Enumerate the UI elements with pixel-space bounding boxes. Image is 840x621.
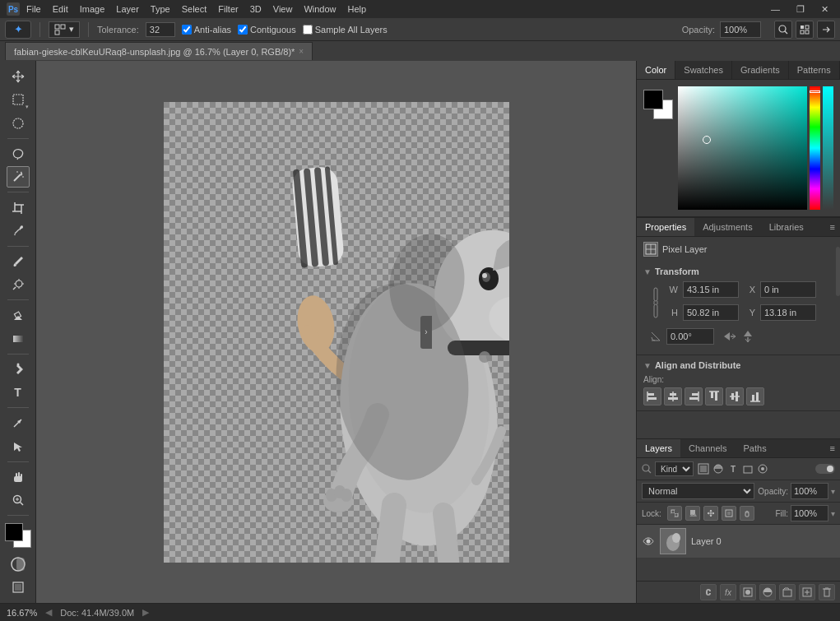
tolerance-input[interactable] — [146, 22, 175, 37]
tab-adjustments[interactable]: Adjustments — [694, 218, 761, 236]
sample-dropdown[interactable]: ▾ — [49, 21, 80, 38]
tool-preset-picker[interactable]: ✦ — [5, 21, 31, 39]
layer-visibility-toggle[interactable] — [642, 535, 655, 548]
props-scrollbar[interactable] — [836, 247, 840, 296]
align-bottom[interactable] — [746, 387, 764, 406]
gradient-tool[interactable] — [7, 328, 30, 350]
canvas-area[interactable]: › — [36, 61, 636, 603]
direct-selection-tool[interactable] — [7, 436, 30, 457]
layers-panel-menu[interactable]: ≡ — [825, 439, 840, 457]
anti-alias-checkbox[interactable] — [182, 25, 192, 35]
hue-strip[interactable] — [810, 86, 820, 210]
align-right[interactable] — [685, 387, 703, 406]
tab-close[interactable]: × — [299, 47, 304, 56]
fg-swatch-panel[interactable] — [643, 90, 663, 109]
tab-patterns[interactable]: Patterns — [789, 61, 840, 79]
lock-image-btn[interactable] — [685, 506, 700, 521]
fg-color-swatch[interactable] — [5, 523, 23, 541]
workspace-btn[interactable] — [796, 21, 814, 39]
path-selection-tool[interactable] — [7, 412, 30, 433]
transform-collapse-arrow[interactable]: ▼ — [643, 267, 652, 276]
marquee-ellipse-tool[interactable] — [7, 113, 30, 134]
crop-tool[interactable] — [7, 197, 30, 218]
tab-gradients[interactable]: Gradients — [732, 61, 789, 79]
align-center-v[interactable] — [726, 387, 744, 406]
chain-link[interactable] — [650, 286, 661, 319]
x-input[interactable] — [760, 281, 816, 298]
flip-v-icon[interactable] — [740, 329, 755, 344]
win-close[interactable]: ✕ — [816, 2, 833, 16]
layer-item[interactable]: Layer 0 — [637, 525, 840, 558]
eyedropper-tool[interactable] — [7, 220, 30, 242]
clone-stamp-tool[interactable] — [7, 274, 30, 295]
text-tool[interactable]: T — [7, 382, 30, 403]
y-input[interactable] — [760, 304, 816, 321]
brush-tool[interactable] — [7, 251, 30, 272]
sample-all-checkbox[interactable] — [303, 25, 313, 35]
menu-view[interactable]: View — [273, 4, 293, 14]
flip-h-icon[interactable] — [722, 329, 737, 344]
menu-layer[interactable]: Layer — [116, 4, 139, 14]
tab-color[interactable]: Color — [637, 61, 675, 79]
status-arrow-left[interactable]: ◀ — [45, 607, 52, 618]
menu-edit[interactable]: Edit — [53, 4, 68, 14]
tab-paths[interactable]: Paths — [736, 439, 775, 457]
lock-artboard-btn[interactable] — [722, 506, 736, 521]
lock-all-btn[interactable] — [740, 506, 754, 521]
properties-panel-menu[interactable]: ≡ — [825, 218, 840, 236]
menu-file[interactable]: File — [26, 4, 41, 14]
fill-dropdown-arrow[interactable]: ▾ — [831, 509, 835, 518]
move-tool[interactable] — [7, 66, 30, 87]
angle-input[interactable] — [666, 328, 714, 345]
win-maximize[interactable]: ❐ — [791, 2, 810, 16]
tab-libraries[interactable]: Libraries — [761, 218, 812, 236]
filter-toggle[interactable] — [815, 464, 835, 474]
new-group-btn[interactable] — [779, 584, 796, 600]
lock-position-btn[interactable] — [703, 506, 718, 521]
fg-bg-color[interactable] — [5, 523, 31, 548]
eraser-tool[interactable] — [7, 304, 30, 326]
align-center-h[interactable] — [664, 387, 682, 406]
filter-smart-icon[interactable] — [756, 462, 769, 475]
fill-input[interactable] — [791, 505, 828, 521]
screen-mode-tool[interactable] — [7, 577, 30, 598]
width-input[interactable] — [683, 281, 739, 298]
align-top[interactable] — [705, 387, 723, 406]
blend-mode-dropdown[interactable]: Normal — [642, 483, 754, 499]
menu-help[interactable]: Help — [348, 4, 367, 14]
contiguous-checkbox[interactable] — [238, 25, 248, 35]
menu-image[interactable]: Image — [80, 4, 105, 14]
delete-layer-btn[interactable] — [819, 584, 835, 600]
lasso-tool[interactable] — [7, 143, 30, 165]
tab-channels[interactable]: Channels — [680, 439, 735, 457]
hand-tool[interactable] — [7, 466, 30, 488]
align-collapse-arrow[interactable]: ▼ — [643, 361, 652, 370]
tab-swatches[interactable]: Swatches — [675, 61, 732, 79]
opacity-input[interactable] — [720, 21, 761, 38]
tab-layers[interactable]: Layers — [637, 439, 680, 457]
quick-mask-tool[interactable] — [7, 553, 30, 574]
filter-pixel-icon[interactable] — [697, 462, 710, 475]
link-layers-btn[interactable] — [700, 584, 717, 600]
add-mask-btn[interactable] — [740, 584, 756, 600]
alpha-strip[interactable] — [823, 86, 833, 210]
menu-window[interactable]: Window — [304, 4, 336, 14]
status-arrow-right[interactable]: ▶ — [142, 607, 149, 618]
share-btn[interactable] — [817, 21, 835, 39]
tab-properties[interactable]: Properties — [637, 218, 694, 236]
menu-3d[interactable]: 3D — [250, 4, 262, 14]
opacity-dropdown-arrow[interactable]: ▾ — [831, 487, 835, 496]
search-btn[interactable] — [774, 21, 792, 39]
win-minimize[interactable]: — — [766, 2, 785, 16]
menu-type[interactable]: Type — [151, 4, 170, 14]
new-layer-btn[interactable] — [799, 584, 815, 600]
pen-tool[interactable] — [7, 359, 30, 380]
filter-adjustment-icon[interactable] — [712, 462, 725, 475]
height-input[interactable] — [683, 304, 739, 321]
opacity-input-layers[interactable] — [791, 483, 828, 499]
filter-shape-icon[interactable] — [741, 462, 754, 475]
add-fx-btn[interactable]: fx — [720, 584, 736, 600]
document-tab[interactable]: fabian-gieske-cblKeuURaq8-unsplash.jpg @… — [5, 42, 313, 60]
menu-filter[interactable]: Filter — [218, 4, 238, 14]
kind-dropdown[interactable]: Kind — [655, 461, 694, 476]
